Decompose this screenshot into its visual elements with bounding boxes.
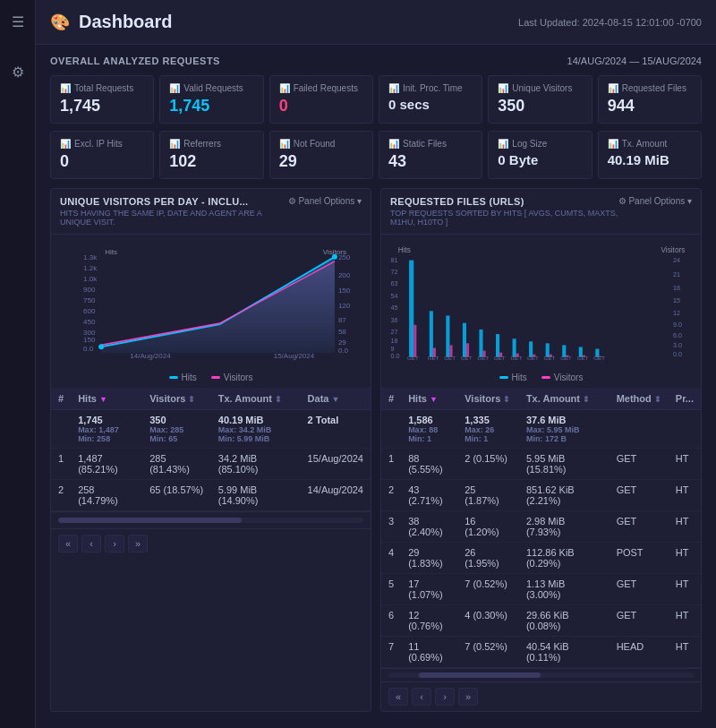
svg-text:0.0: 0.0: [390, 352, 399, 360]
scroll-thumb[interactable]: [419, 672, 541, 678]
svg-text:GET: GET: [510, 355, 522, 361]
page-prev-btn[interactable]: ‹: [412, 688, 431, 706]
col-tx[interactable]: Tx. Amount ⇕: [211, 388, 301, 410]
stats-row-1: 📊 Total Requests 1,745 📊 Valid Requests …: [50, 75, 702, 124]
page-first-btn[interactable]: «: [388, 688, 408, 706]
stat-total-requests: 📊 Total Requests 1,745: [50, 75, 154, 124]
row-method: GET: [609, 574, 669, 605]
svg-text:GET: GET: [577, 355, 589, 361]
page-last-btn[interactable]: »: [458, 688, 478, 706]
stat-tx-amount: 📊 Tx. Amount 40.19 MiB: [598, 131, 702, 179]
scroll-track: [58, 518, 363, 523]
chart-legend: Hits Visitors: [51, 369, 371, 388]
stat-label: 📊 Log Size: [498, 139, 582, 149]
row-method: GET: [609, 449, 669, 480]
row-num: 2: [381, 480, 401, 511]
panel-header: REQUESTED FILES (URLS) TOP REQUESTS SORT…: [381, 189, 701, 235]
section-title: OVERALL ANALYZED REQUESTS: [50, 56, 220, 66]
settings-icon[interactable]: ⚙: [4, 57, 32, 86]
stats-row-2: 📊 Excl. IP Hits 0 📊 Referrers 102 📊 Not …: [50, 131, 702, 179]
svg-text:GET: GET: [407, 355, 419, 361]
svg-rect-51: [446, 315, 449, 356]
stat-label: 📊 Tx. Amount: [608, 139, 692, 149]
stat-label: 📊 Init. Proc. Time: [388, 83, 473, 93]
bar-chart-icon: 📊: [279, 83, 290, 93]
panel-title: UNIQUE VISITORS PER DAY - INCLU...: [60, 196, 288, 207]
table-row: 2 43 (2.71%) 25 (1.87%) 851.62 KiB (2.21…: [381, 480, 701, 511]
stat-label: 📊 Not Found: [279, 139, 363, 149]
svg-text:600: 600: [83, 307, 96, 315]
svg-text:1.3k: 1.3k: [83, 253, 98, 261]
svg-text:Hits: Hits: [105, 248, 117, 256]
bar-chart-icon: 📊: [279, 139, 290, 149]
page-prev-btn[interactable]: ‹: [81, 535, 101, 552]
row-method: POST: [609, 543, 669, 574]
svg-text:150: 150: [338, 287, 351, 295]
row-pr: HT: [669, 637, 701, 668]
col-tx[interactable]: Tx. Amount ⇕: [519, 388, 609, 410]
total-visitors: 350 Max: 285 Min: 65: [142, 410, 211, 449]
svg-text:58: 58: [338, 328, 346, 336]
table-row: 1 88 (5.55%) 2 (0.15%) 5.95 MiB (15.81%)…: [381, 449, 701, 480]
header: 🎨 Dashboard Last Updated: 2024-08-15 12:…: [36, 0, 716, 45]
hits-legend-color: [499, 376, 508, 379]
page-last-btn[interactable]: »: [128, 535, 148, 552]
col-pr[interactable]: Pr...: [669, 388, 701, 410]
row-pr: HT: [669, 449, 701, 480]
page-next-btn[interactable]: ›: [435, 688, 455, 706]
svg-text:24: 24: [673, 256, 680, 264]
total-hits: 1,586 Max: 88 Min: 1: [401, 410, 457, 449]
col-method[interactable]: Method ⇕: [609, 388, 669, 410]
stat-static-files: 📊 Static Files 43: [379, 131, 482, 179]
row-visitors: 285 (81.43%): [142, 449, 211, 480]
col-data[interactable]: Data ▼: [301, 388, 371, 410]
visitors-legend-color: [211, 376, 220, 379]
col-num[interactable]: #: [381, 388, 401, 410]
total-tx: 40.19 MiB Max: 34.2 MiB Min: 5.99 MiB: [211, 410, 301, 449]
total-tx: 37.6 MiB Max: 5.95 MiB Min: 172 B: [519, 410, 609, 449]
row-visitors: 16 (1.20%): [457, 511, 519, 543]
right-scrollbar-row: [381, 668, 701, 681]
stat-unique-visitors: 📊 Unique Visitors 350: [488, 75, 592, 124]
table-row: 7 11 (0.69%) 7 (0.52%) 40.54 KiB (0.11%)…: [381, 637, 701, 668]
svg-text:81: 81: [390, 256, 397, 264]
stat-value: 0 Byte: [498, 152, 582, 167]
stat-value: 1,745: [169, 97, 253, 116]
svg-text:0.0: 0.0: [83, 345, 94, 353]
last-updated: Last Updated: 2024-08-15 12:01:00 -0700: [518, 17, 702, 28]
menu-icon[interactable]: ☰: [4, 7, 32, 36]
svg-text:12: 12: [673, 309, 680, 317]
visitors-chart-svg: 1.3k 1.2k 1.0k 900 750 600 450 300 150 0…: [58, 242, 363, 362]
row-visitors: 26 (1.95%): [457, 543, 519, 574]
stat-value: 29: [279, 152, 363, 171]
col-num[interactable]: #: [51, 388, 71, 410]
row-pr: HT: [669, 605, 701, 637]
svg-text:GET: GET: [593, 355, 605, 361]
hits-legend: Hits: [499, 373, 527, 382]
col-visitors[interactable]: Visitors ⇕: [142, 388, 211, 410]
stat-value: 1,745: [60, 97, 144, 116]
visitors-legend-color: [541, 376, 550, 379]
svg-text:GET: GET: [527, 355, 539, 361]
row-visitors: 65 (18.57%): [142, 480, 211, 511]
scroll-thumb[interactable]: [58, 518, 242, 523]
col-visitors[interactable]: Visitors ⇕: [457, 388, 519, 410]
svg-text:120: 120: [338, 302, 351, 310]
col-hits[interactable]: Hits ▼: [401, 388, 457, 410]
page-next-btn[interactable]: ›: [105, 535, 124, 552]
bar-chart-icon: 📊: [60, 83, 71, 93]
visitors-legend: Visitors: [211, 373, 253, 382]
svg-text:150: 150: [83, 336, 96, 344]
col-hits[interactable]: Hits ▼: [71, 388, 142, 410]
panel-options-button[interactable]: ⚙ Panel Options ▾: [618, 196, 692, 206]
main-content: 🎨 Dashboard Last Updated: 2024-08-15 12:…: [36, 0, 716, 728]
row-pr: HT: [669, 480, 701, 511]
svg-text:27: 27: [390, 328, 397, 336]
row-visitors: 25 (1.87%): [457, 480, 519, 511]
svg-text:18: 18: [673, 284, 680, 292]
page-first-btn[interactable]: «: [58, 535, 78, 552]
svg-text:GET: GET: [428, 355, 439, 361]
files-table: # Hits ▼ Visitors ⇕ Tx. Amount ⇕ Method …: [381, 388, 701, 668]
panel-options-button[interactable]: ⚙ Panel Options ▾: [288, 196, 362, 206]
svg-text:900: 900: [83, 286, 96, 294]
